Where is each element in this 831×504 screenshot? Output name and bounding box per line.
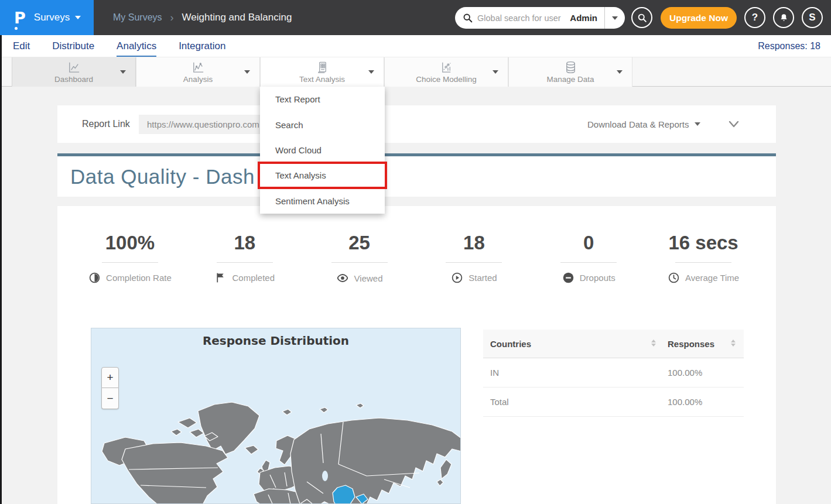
flag-icon — [214, 272, 227, 284]
breadcrumb-separator-icon: › — [170, 12, 174, 24]
caret-down-icon — [695, 122, 700, 126]
map-zoom-out-button[interactable]: − — [101, 388, 119, 409]
questionpro-logo-icon: P — [14, 10, 26, 26]
breadcrumb: My Surveys › Weighting and Balancing — [113, 0, 292, 35]
bell-icon — [779, 13, 789, 23]
tab-distribute[interactable]: Distribute — [52, 35, 94, 57]
search-icon — [463, 13, 473, 23]
choice-modelling-icon — [385, 60, 508, 75]
map-title: Response Distribution — [91, 334, 460, 348]
page-title-card: Data Quality - Dash — [57, 156, 776, 197]
search-icon — [637, 13, 647, 23]
caret-down-icon — [120, 70, 126, 74]
caret-down-icon — [612, 16, 618, 20]
world-map[interactable] — [91, 328, 461, 504]
dashboard-card: 100% Completion Rate 18 Completed 25 — [57, 206, 776, 504]
analytics-toolbar: Dashboard Analysis Text Analysis Choice … — [0, 57, 831, 87]
table-row-total: Total 100.00% — [483, 388, 744, 417]
eye-icon — [336, 272, 349, 284]
tool-tab-manage-data[interactable]: Manage Data — [508, 57, 632, 87]
text-report-icon — [261, 60, 384, 75]
report-link-label: Report Link — [82, 105, 130, 143]
product-menu-label: Surveys — [34, 12, 70, 23]
text-analysis-menu: Text Report Search Word Cloud Text Analy… — [260, 87, 385, 214]
user-avatar[interactable]: S — [802, 7, 823, 28]
caret-down-icon — [493, 70, 498, 74]
analysis-chart-icon — [136, 60, 259, 75]
total-label: Total — [490, 397, 509, 407]
map-zoom-controls: + − — [101, 367, 119, 409]
countries-table: Countries Responses IN 100.00% Total — [483, 330, 744, 417]
stat-dropouts: 0 Dropouts — [531, 231, 646, 284]
collapsed-sidebar-strip — [0, 35, 2, 504]
stat-started: 18 Started — [416, 231, 531, 284]
menu-item-word-cloud[interactable]: Word Cloud — [260, 138, 385, 163]
tab-analytics[interactable]: Analytics — [117, 35, 156, 57]
caret-down-icon — [368, 70, 374, 74]
stats-row: 100% Completion Rate 18 Completed 25 — [73, 231, 761, 284]
menu-item-search[interactable]: Search — [260, 112, 385, 137]
page-title: Data Quality - Dash — [70, 156, 255, 197]
map-zoom-in-button[interactable]: + — [101, 367, 119, 388]
tool-tab-choice-modelling[interactable]: Choice Modelling — [384, 57, 508, 87]
stat-completed: 18 Completed — [187, 231, 302, 284]
country-code: IN — [490, 368, 499, 378]
countries-table-header: Countries Responses — [483, 330, 744, 358]
global-search-input[interactable] — [473, 13, 570, 23]
caret-down-icon — [617, 70, 623, 74]
play-icon — [451, 272, 463, 284]
tool-tab-analysis[interactable]: Analysis — [136, 57, 260, 87]
caret-down-icon — [244, 70, 250, 74]
survey-nav: Edit Distribute Analytics Integration Re… — [0, 35, 831, 57]
top-header: P Surveys My Surveys › Weighting and Bal… — [0, 0, 831, 35]
download-data-reports-dropdown[interactable]: Download Data & Reports — [587, 105, 700, 143]
tool-tab-text-analysis[interactable]: Text Analysis — [260, 57, 384, 87]
notifications-button[interactable] — [773, 7, 794, 28]
column-header-countries: Countries — [490, 339, 531, 349]
surveys-product-menu[interactable]: P Surveys — [0, 0, 94, 35]
minus-icon — [562, 272, 574, 284]
menu-item-text-analysis[interactable]: Text Analysis — [260, 163, 385, 188]
responses-count: Responses: 18 — [758, 35, 820, 57]
tool-tab-dashboard[interactable]: Dashboard — [12, 57, 136, 87]
collapse-panel-chevron-icon[interactable] — [727, 117, 741, 131]
clock-icon — [668, 272, 680, 284]
upgrade-now-button[interactable]: Upgrade Now — [661, 7, 737, 29]
global-search-bar: Admin — [455, 7, 625, 29]
column-header-responses: Responses — [668, 339, 714, 349]
question-mark-icon: ? — [752, 12, 758, 23]
caret-down-icon — [75, 16, 81, 19]
stat-average-time: 16 secs Average Time — [646, 231, 761, 284]
response-distribution-map: Response Distribution + − — [91, 328, 461, 504]
contrast-icon — [88, 272, 101, 284]
report-link-card: Report Link https://www.questionpro.com … — [57, 105, 776, 143]
app-screen: P Surveys My Surveys › Weighting and Bal… — [0, 0, 831, 504]
search-scope-dropdown[interactable] — [605, 16, 625, 20]
menu-item-text-report[interactable]: Text Report — [260, 87, 385, 112]
sort-icon[interactable] — [730, 339, 744, 349]
help-button[interactable]: ? — [744, 7, 765, 28]
search-scope-label: Admin — [570, 13, 604, 23]
tab-integration[interactable]: Integration — [179, 35, 225, 57]
survey-title: Weighting and Balancing — [182, 12, 292, 23]
responses-value: 100.00% — [668, 368, 744, 378]
menu-item-sentiment-analysis[interactable]: Sentiment Analysis — [260, 188, 385, 214]
sort-icon[interactable] — [650, 339, 657, 349]
table-row: IN 100.00% — [483, 358, 744, 388]
dashboard-chart-icon — [12, 60, 135, 75]
breadcrumb-my-surveys[interactable]: My Surveys — [113, 12, 162, 23]
avatar-letter: S — [809, 12, 815, 23]
country-japan — [440, 460, 452, 479]
stat-completion-rate: 100% Completion Rate — [73, 231, 187, 284]
region-asia — [290, 418, 461, 504]
header-search-button[interactable] — [631, 7, 652, 28]
database-icon — [509, 60, 632, 75]
stat-viewed: 25 Viewed — [302, 231, 417, 284]
region-north-america — [122, 443, 228, 504]
tab-edit[interactable]: Edit — [13, 35, 30, 57]
responses-total-value: 100.00% — [668, 397, 744, 407]
